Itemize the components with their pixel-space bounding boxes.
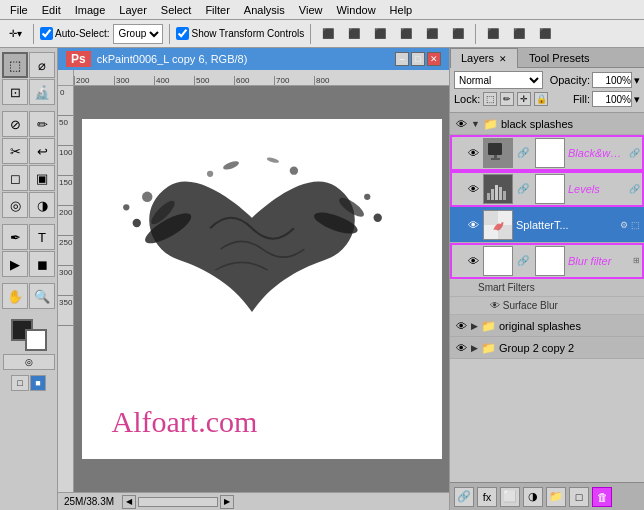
layer-link-icon-levels[interactable]: 🔗 bbox=[629, 184, 640, 194]
path-select-tool[interactable]: ▶ bbox=[2, 251, 28, 277]
blend-mode-select[interactable]: Normal Multiply Screen bbox=[454, 71, 543, 89]
new-group-btn[interactable]: 📁 bbox=[546, 487, 566, 507]
history-brush-tool[interactable]: ↩ bbox=[29, 138, 55, 164]
layer-link-icon-bw[interactable]: 🔗 bbox=[629, 148, 640, 158]
menu-file[interactable]: File bbox=[4, 0, 34, 20]
color-swatches[interactable] bbox=[11, 319, 47, 351]
quick-mask-btn[interactable]: ◎ bbox=[3, 354, 55, 370]
fill-arrow[interactable]: ▾ bbox=[634, 93, 640, 106]
dodge-tool[interactable]: ◑ bbox=[29, 192, 55, 218]
layer-item-blur-filter[interactable]: 👁 🔗 Blur filter ⊞ bbox=[450, 243, 644, 279]
layer-thumb-bw bbox=[483, 138, 513, 168]
layer-eye-original[interactable]: 👁 bbox=[454, 319, 468, 333]
auto-select-checkbox[interactable] bbox=[40, 27, 53, 40]
align-bottom-btn[interactable]: ⬛ bbox=[447, 23, 469, 45]
screen-mode-full[interactable]: ■ bbox=[30, 375, 46, 391]
maximize-btn[interactable]: □ bbox=[411, 52, 425, 66]
svg-point-3 bbox=[123, 204, 129, 210]
gradient-tool[interactable]: ▣ bbox=[29, 165, 55, 191]
layer-eye-group2[interactable]: 👁 bbox=[454, 341, 468, 355]
text-tool[interactable]: T bbox=[29, 224, 55, 250]
layer-eye-bw[interactable]: 👁 bbox=[466, 146, 480, 160]
distribute-btn-3[interactable]: ⬛ bbox=[534, 23, 556, 45]
align-center-btn[interactable]: ⬛ bbox=[343, 23, 365, 45]
hand-tool[interactable]: ✋ bbox=[2, 283, 28, 309]
layer-eye-black-splashes[interactable]: 👁 bbox=[454, 117, 468, 131]
menu-image[interactable]: Image bbox=[69, 0, 112, 20]
align-mid-btn[interactable]: ⬛ bbox=[421, 23, 443, 45]
group-expand-arrow[interactable]: ▼ bbox=[471, 119, 480, 129]
align-top-btn[interactable]: ⬛ bbox=[395, 23, 417, 45]
align-right-btn[interactable]: ⬛ bbox=[369, 23, 391, 45]
distribute-btn-1[interactable]: ⬛ bbox=[482, 23, 504, 45]
menu-analysis[interactable]: Analysis bbox=[238, 0, 291, 20]
pen-tool[interactable]: ✒ bbox=[2, 224, 28, 250]
ruler-500: 500 bbox=[194, 76, 234, 85]
lock-all-btn[interactable]: 🔒 bbox=[534, 92, 548, 106]
move-tool-btn[interactable]: ✛▾ bbox=[4, 23, 27, 45]
lock-pixels-btn[interactable]: ✏ bbox=[500, 92, 514, 106]
layer-visibility-icon[interactable]: ⬚ bbox=[631, 220, 640, 230]
layer-group-original[interactable]: 👁 ▶ 📁 original splashes bbox=[450, 315, 644, 337]
link-layers-btn[interactable]: 🔗 bbox=[454, 487, 474, 507]
add-mask-btn[interactable]: ⬜ bbox=[500, 487, 520, 507]
scroll-left[interactable]: ◀ bbox=[122, 495, 136, 509]
tab-tool-presets[interactable]: Tool Presets bbox=[518, 48, 601, 67]
layer-eye-levels[interactable]: 👁 bbox=[466, 182, 480, 196]
group-select-dropdown[interactable]: Group Layer bbox=[113, 24, 163, 44]
blur-tool[interactable]: ◎ bbox=[2, 192, 28, 218]
layer-item-bw[interactable]: 👁 🔗 Black&white 🔗 bbox=[450, 135, 644, 171]
menu-view[interactable]: View bbox=[293, 0, 329, 20]
fill-input[interactable] bbox=[592, 91, 632, 107]
group-arrow-group2[interactable]: ▶ bbox=[471, 343, 478, 353]
ruler-vertical: 0 50 100 150 200 250 300 350 bbox=[58, 86, 74, 492]
layer-item-levels[interactable]: 👁 🔗 Levels 🔗 bbox=[450, 171, 644, 207]
selection-tool[interactable]: ⬚ bbox=[2, 52, 28, 78]
clone-stamp-tool[interactable]: ✂ bbox=[2, 138, 28, 164]
lasso-tool[interactable]: ⌀ bbox=[29, 52, 55, 78]
layer-fx-btn[interactable]: fx bbox=[477, 487, 497, 507]
canvas-viewport[interactable]: Alfoart.com bbox=[74, 86, 449, 492]
menu-edit[interactable]: Edit bbox=[36, 0, 67, 20]
screen-mode-standard[interactable]: □ bbox=[11, 375, 29, 391]
layer-group-2-copy2[interactable]: 👁 ▶ 📁 Group 2 copy 2 bbox=[450, 337, 644, 359]
crop-tool[interactable]: ⊡ bbox=[2, 79, 28, 105]
opacity-input[interactable] bbox=[592, 72, 632, 88]
close-btn[interactable]: ✕ bbox=[427, 52, 441, 66]
delete-layer-btn[interactable]: 🗑 bbox=[592, 487, 612, 507]
tab-layers-close[interactable]: ✕ bbox=[499, 54, 507, 64]
opacity-arrow[interactable]: ▾ bbox=[634, 74, 640, 87]
layer-item-splatter[interactable]: 👁 SplatterT... ⚙ ⬚ bbox=[450, 207, 644, 243]
layer-group-black-splashes[interactable]: 👁 ▼ 📁 black splashes bbox=[450, 113, 644, 135]
layer-options-icon[interactable]: ⚙ bbox=[620, 220, 628, 230]
layer-eye-splatter[interactable]: 👁 bbox=[466, 218, 480, 232]
menu-help[interactable]: Help bbox=[384, 0, 419, 20]
layer-eye-blur[interactable]: 👁 bbox=[466, 254, 480, 268]
menu-layer[interactable]: Layer bbox=[113, 0, 153, 20]
surface-blur-row[interactable]: 👁 Surface Blur bbox=[450, 297, 644, 315]
tab-layers[interactable]: Layers ✕ bbox=[450, 48, 518, 68]
distribute-btn-2[interactable]: ⬛ bbox=[508, 23, 530, 45]
brush-tool[interactable]: ✏ bbox=[29, 111, 55, 137]
menu-select[interactable]: Select bbox=[155, 0, 198, 20]
minimize-btn[interactable]: – bbox=[395, 52, 409, 66]
lock-transparent-btn[interactable]: ⬚ bbox=[483, 92, 497, 106]
menu-filter[interactable]: Filter bbox=[199, 0, 235, 20]
scroll-right[interactable]: ▶ bbox=[220, 495, 234, 509]
group-arrow-original[interactable]: ▶ bbox=[471, 321, 478, 331]
new-layer-btn[interactable]: □ bbox=[569, 487, 589, 507]
new-adjustment-btn[interactable]: ◑ bbox=[523, 487, 543, 507]
main-area: ⬚ ⌀ ⊡ 🔬 ⊘ ✏ ✂ ↩ ◻ ▣ ◎ ◑ ✒ T ▶ bbox=[0, 48, 644, 510]
zoom-tool[interactable]: 🔍 bbox=[29, 283, 55, 309]
spot-heal-tool[interactable]: ⊘ bbox=[2, 111, 28, 137]
eraser-tool[interactable]: ◻ bbox=[2, 165, 28, 191]
shape-tool[interactable]: ◼ bbox=[29, 251, 55, 277]
eyedropper-tool[interactable]: 🔬 bbox=[29, 79, 55, 105]
menu-window[interactable]: Window bbox=[330, 0, 381, 20]
transform-controls-checkbox[interactable] bbox=[176, 27, 189, 40]
scroll-thumb-h[interactable] bbox=[138, 497, 218, 507]
layer-mask-blur bbox=[535, 246, 565, 276]
align-left-btn[interactable]: ⬛ bbox=[317, 23, 339, 45]
layers-list: 👁 ▼ 📁 black splashes 👁 🔗 bbox=[450, 113, 644, 482]
lock-position-btn[interactable]: ✛ bbox=[517, 92, 531, 106]
